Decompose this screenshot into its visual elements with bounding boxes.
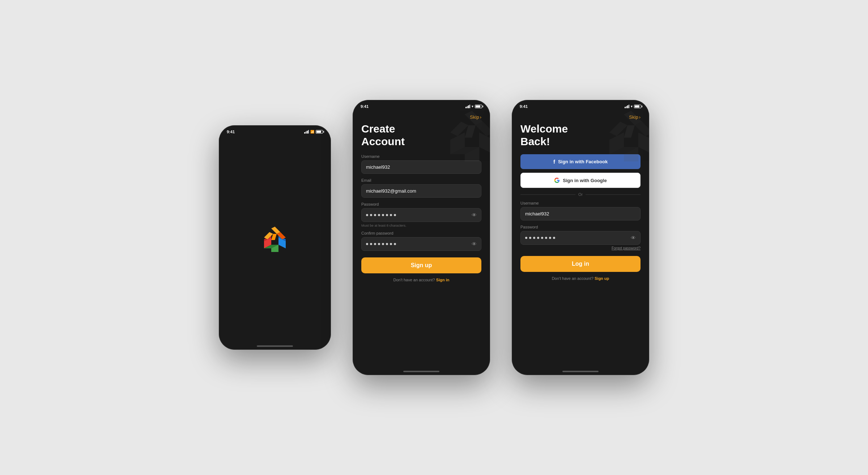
signal-icon-1 [304, 130, 309, 134]
status-bar-1: 9:41 📶 [219, 125, 331, 136]
home-indicator-1 [257, 345, 293, 347]
svg-marker-23 [638, 133, 649, 154]
google-icon [554, 177, 560, 183]
app-logo [260, 225, 289, 254]
password-label: Password [361, 202, 481, 206]
or-line-right [586, 194, 641, 195]
email-label: Email [361, 178, 481, 182]
login-password-field: 👁 [520, 231, 641, 245]
confirm-password-field: 👁 [361, 237, 481, 251]
password-display[interactable]: 👁 [361, 208, 481, 222]
or-line-left [520, 194, 575, 195]
or-text: Or [578, 192, 583, 197]
wifi-icon-1: 📶 [310, 130, 314, 134]
login-username-input[interactable] [520, 207, 641, 220]
login-button[interactable]: Log in [520, 256, 641, 272]
login-password-label: Password [520, 225, 641, 229]
login-password-display[interactable]: 👁 [520, 231, 641, 245]
password-hint: Must be at least 8 characters. [361, 223, 481, 227]
status-icons-3: ▾ [625, 105, 641, 108]
bg-decoration-3 [602, 111, 649, 167]
login-username-label: Username [520, 201, 641, 205]
home-indicator-2 [403, 371, 439, 372]
splash-content [219, 136, 331, 342]
login-eye-icon[interactable]: 👁 [631, 235, 636, 241]
password-dots [366, 214, 472, 216]
google-signin-button[interactable]: Sign in with Google [520, 173, 641, 188]
bottom-link-2: Don't have an account? Sign in [361, 278, 481, 282]
confirm-eye-icon[interactable]: 👁 [472, 241, 477, 247]
time-3: 9:41 [520, 104, 528, 109]
signal-icon-2 [465, 105, 470, 108]
signin-link[interactable]: Sign in [436, 278, 450, 282]
google-button-label: Sign in with Google [563, 178, 607, 183]
status-icons-2: ▾ [465, 105, 482, 108]
svg-marker-15 [479, 133, 490, 154]
signup-link[interactable]: Sign up [595, 276, 609, 281]
phone-create-account: 9:41 ▾ [353, 100, 490, 375]
svg-marker-11 [450, 122, 468, 136]
time-1: 9:41 [227, 130, 235, 134]
bg-decoration-2 [443, 111, 490, 167]
login-screen: Skip › Welcome Back! f Sign in with Face… [512, 111, 649, 370]
signup-button[interactable]: Sign up [361, 257, 481, 273]
facebook-button-label: Sign in with Facebook [558, 159, 608, 164]
signal-icon-3 [625, 105, 629, 108]
bottom-link-3: Don't have an account? Sign up [520, 276, 641, 281]
status-icons-1: 📶 [304, 130, 323, 134]
battery-icon-2 [475, 105, 482, 108]
confirm-password-display[interactable]: 👁 [361, 237, 481, 251]
svg-marker-7 [264, 232, 273, 239]
create-account-screen: Skip › Create Account Username Email Pas… [353, 111, 490, 370]
status-bar-2: 9:41 ▾ [353, 100, 490, 111]
facebook-icon: f [553, 159, 555, 165]
email-input[interactable] [361, 184, 481, 198]
login-password-dots [525, 237, 631, 239]
svg-marker-19 [609, 122, 627, 136]
or-divider: Or [520, 192, 641, 197]
password-eye-icon[interactable]: 👁 [472, 212, 477, 218]
signin-prompt: Don't have an account? [393, 278, 435, 282]
status-bar-3: 9:41 ▾ [512, 100, 649, 111]
forgot-password-link[interactable]: Forgot password? [520, 246, 641, 250]
confirm-password-dots [366, 243, 472, 245]
wifi-icon-2: ▾ [472, 105, 473, 108]
confirm-password-label: Confirm password [361, 231, 481, 235]
battery-icon-3 [634, 105, 641, 108]
home-indicator-3 [562, 371, 599, 372]
time-2: 9:41 [361, 104, 369, 109]
phone-login: 9:41 ▾ [512, 100, 649, 375]
signup-prompt: Don't have an account? [552, 276, 593, 281]
wifi-icon-3: ▾ [631, 105, 633, 108]
phone-splash: 9:41 📶 [219, 125, 331, 350]
password-field: 👁 [361, 208, 481, 222]
battery-icon-1 [316, 130, 323, 134]
